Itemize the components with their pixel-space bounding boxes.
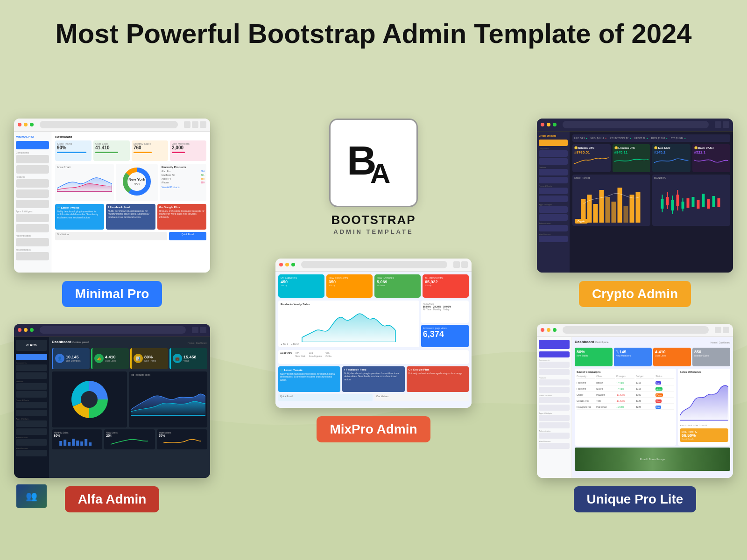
mixpro-dot-red	[279, 263, 283, 266]
svg-rect-47	[80, 441, 83, 446]
window-dot-green	[30, 123, 34, 126]
svg-rect-30	[682, 202, 684, 209]
svg-rect-36	[702, 194, 705, 207]
svg-rect-43	[63, 440, 66, 446]
svg-rect-38	[712, 196, 715, 207]
svg-text:953: 953	[134, 182, 140, 186]
url-bar	[40, 121, 178, 128]
svg-rect-22	[667, 192, 668, 197]
card-unique[interactable]: Components Features Forms & Emails Apps …	[537, 324, 733, 512]
svg-rect-48	[85, 439, 87, 446]
svg-rect-31	[683, 198, 684, 202]
svg-rect-10	[593, 204, 598, 223]
svg-text:New York: New York	[128, 177, 145, 182]
svg-rect-12	[606, 197, 610, 223]
svg-rect-29	[677, 206, 678, 210]
card-crypto-admin[interactable]: Crypto Ultimate Components Features Form…	[537, 119, 733, 307]
logo-box: B A	[329, 119, 418, 207]
svg-rect-19	[662, 195, 663, 199]
mixpro-dot-green	[291, 263, 295, 266]
crypto-url-bar	[563, 121, 709, 128]
crypto-dot-yellow	[547, 123, 550, 126]
alfa-admin-label[interactable]: Alfa Admin	[65, 486, 160, 512]
svg-rect-27	[677, 195, 679, 206]
svg-rect-16	[630, 195, 634, 223]
crypto-admin-label[interactable]: Crypto Admin	[579, 281, 691, 307]
svg-rect-37	[707, 199, 710, 209]
mixpro-screenshot: MY EARNINGS 450 +9% Up NEW PRODUCTS 350 …	[275, 259, 472, 408]
unique-dot-green	[553, 328, 557, 332]
minimal-main: Dashboard Store Traffic 90% User Likes 4…	[51, 132, 210, 273]
svg-point-41	[81, 391, 98, 408]
window-dot-red	[18, 123, 21, 126]
svg-rect-28	[677, 190, 678, 195]
svg-rect-39	[718, 198, 720, 207]
svg-text:A: A	[370, 158, 390, 189]
svg-rect-42	[59, 441, 62, 446]
alfa-url-bar	[40, 326, 186, 334]
unique-screenshot: Components Features Forms & Emails Apps …	[537, 324, 733, 478]
svg-rect-26	[672, 210, 673, 214]
crypto-sidebar: Crypto Ultimate Components Features Form…	[537, 132, 570, 273]
svg-rect-21	[666, 197, 669, 205]
svg-rect-45	[72, 439, 75, 446]
page-title: Most Powerful Bootstrap Admin Template o…	[0, 0, 747, 63]
card-alfa[interactable]: α Alfa Components Features Forms & Chart…	[14, 324, 210, 512]
alfa-main: Dashboard Control panel Home / Dashboard…	[49, 337, 210, 478]
unique-main: Dashboard Control panel Home / Dashboard…	[572, 337, 733, 478]
svg-rect-46	[76, 441, 79, 446]
alfa-dot-green	[30, 328, 34, 332]
svg-rect-17	[636, 192, 641, 223]
svg-rect-20	[662, 209, 663, 212]
crypto-admin-screenshot: Crypto Ultimate Components Features Form…	[537, 119, 733, 273]
svg-rect-35	[697, 200, 700, 209]
logo-main-text: BOOTSTRAP	[331, 213, 416, 227]
bootstrap-logo: B A BOOTSTRAP ADMIN TEMPLATE	[329, 119, 418, 235]
svg-rect-32	[683, 209, 684, 211]
minimal-pro-screenshot: MINIMALPRO Components Features Apps & Wi…	[14, 119, 210, 273]
alfa-dot-red	[18, 328, 21, 332]
svg-rect-11	[599, 190, 604, 223]
svg-rect-23	[667, 205, 668, 209]
card-minimal-pro[interactable]: MINIMALPRO Components Features Apps & Wi…	[14, 119, 210, 307]
crypto-dot-red	[541, 123, 544, 126]
mixpro-url-bar	[301, 261, 447, 268]
crypto-main: LRC: $4.1 ▲ NEO: $41.11 ▼ ETH BITCOIN: $…	[570, 132, 733, 273]
svg-rect-18	[661, 199, 664, 209]
unique-dot-red	[541, 328, 544, 332]
svg-rect-9	[587, 195, 592, 223]
minimal-pro-label[interactable]: Minimal Pro	[62, 281, 162, 307]
svg-rect-14	[618, 188, 622, 223]
svg-rect-24	[671, 200, 674, 210]
svg-rect-33	[687, 198, 690, 208]
cards-container: B A BOOTSTRAP ADMIN TEMPLATE	[0, 63, 747, 548]
ba-logo-svg: B A	[343, 133, 404, 193]
alfa-screenshot: α Alfa Components Features Forms & Chart…	[14, 324, 210, 478]
logo-sub-text: ADMIN TEMPLATE	[333, 228, 413, 235]
unique-sidebar: Components Features Forms & Emails Apps …	[537, 337, 572, 478]
window-dot-yellow	[24, 123, 28, 126]
alfa-dot-yellow	[24, 328, 28, 332]
svg-rect-44	[68, 442, 70, 446]
svg-rect-25	[672, 196, 673, 200]
mixpro-label[interactable]: MixPro Admin	[317, 416, 430, 442]
mixpro-dot-yellow	[285, 263, 289, 266]
unique-dot-yellow	[547, 328, 550, 332]
alfa-sidebar: α Alfa Components Features Forms & Chart…	[14, 337, 49, 478]
minimal-sidebar: MINIMALPRO Components Features Apps & Wi…	[14, 132, 51, 273]
crypto-dot-green	[553, 123, 557, 126]
unique-url-bar	[563, 326, 709, 334]
svg-rect-49	[89, 442, 92, 446]
svg-rect-15	[624, 206, 628, 223]
card-mixpro[interactable]: MY EARNINGS 450 +9% Up NEW PRODUCTS 350 …	[275, 259, 472, 442]
svg-rect-34	[692, 197, 695, 207]
svg-rect-13	[612, 202, 616, 223]
unique-pro-lite-label[interactable]: Unique Pro Lite	[574, 486, 697, 512]
